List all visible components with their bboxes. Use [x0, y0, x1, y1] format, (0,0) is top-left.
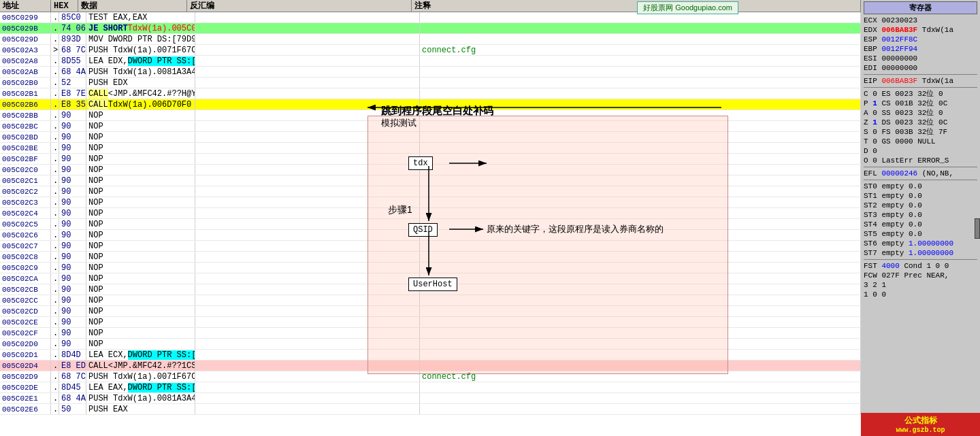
cell-dot: .: [51, 350, 59, 360]
cell-hex: 50: [59, 404, 86, 414]
table-row[interactable]: 005C02CA . 90 NOP: [0, 273, 861, 284]
cell-addr: 005C02CA: [0, 273, 51, 284]
cell-dot: .: [51, 306, 59, 316]
cell-addr: 005C02C3: [0, 197, 51, 207]
cell-comment: connect.cfg: [420, 45, 861, 55]
table-row[interactable]: 005C02D4 . E8 ED910F00 CALL <JMP.&MFC42.…: [0, 360, 861, 371]
table-row[interactable]: 005C02B1 . E8 7E930F00 CALL <JMP.&MFC42.…: [0, 88, 861, 99]
cell-dot: .: [51, 67, 59, 77]
table-row[interactable]: 005C02C5 . 90 NOP: [0, 219, 861, 230]
table-row[interactable]: 005C02CE . 90 NOP: [0, 317, 861, 328]
flag-t: T 0 GS 0000 NULL: [864, 137, 977, 146]
table-row[interactable]: 005C02A8 . 8D55 EC LEA EDX,DWORD PTR SS:…: [0, 56, 861, 67]
table-row[interactable]: 005C02AB . 68 4A438100 PUSH TdxW(1a).008…: [0, 67, 861, 78]
table-row[interactable]: 005C02D1 . 8D4D EC LEA ECX,DWORD PTR SS:…: [0, 350, 861, 360]
table-row[interactable]: 005C02BE . 90 NOP: [0, 143, 861, 154]
table-row[interactable]: 005C02BF . 90 NOP: [0, 154, 861, 165]
table-row[interactable]: 005C029D . 893D A5D9790 MOV DWORD PTR DS…: [0, 34, 861, 45]
table-row[interactable]: 005C029B . 74 06 JE SHORT TdxW(1a).005C0…: [0, 23, 861, 34]
cell-disasm: [195, 339, 420, 349]
table-row[interactable]: 005C02C9 . 90 NOP: [0, 263, 861, 273]
cell-data: PUSH TdxW(1a).0071F67C: [86, 371, 195, 382]
table-row[interactable]: 005C02D9 . 68 7CF67100 PUSH TdxW(1a).007…: [0, 371, 861, 382]
cell-hex: 68 4A438100: [59, 393, 86, 403]
table-row[interactable]: 005C02C8 . 90 NOP: [0, 252, 861, 263]
cell-addr: 005C02D0: [0, 339, 51, 349]
cell-hex: 90: [59, 241, 86, 251]
table-row[interactable]: 005C02B6 . E8 356E1100 CALL TdxW(1a).006…: [0, 99, 861, 110]
cell-data: NOP: [86, 132, 195, 142]
cell-disasm: [195, 45, 420, 55]
header-addr: 地址: [0, 0, 51, 12]
table-row[interactable]: 005C02A3 > 68 7CF671 PUSH TdxW(1a).0071F…: [0, 45, 861, 56]
table-row[interactable]: 005C02DE . 8D45 EC LEA EAX,DWORD PTR SS:…: [0, 382, 861, 393]
cell-disasm: [195, 241, 420, 251]
cell-addr: 005C029B: [0, 23, 51, 33]
cell-comment: [420, 186, 861, 197]
cell-addr: 005C02C0: [0, 165, 51, 175]
cell-comment: [420, 241, 861, 251]
cell-disasm: [195, 143, 420, 153]
cell-addr: 005C02BC: [0, 121, 51, 131]
cell-comment: [420, 208, 861, 218]
table-body: 005C0299 . 85C0 TEST EAX,EAX 005C029B . …: [0, 12, 861, 415]
cell-addr: 005C02C6: [0, 230, 51, 240]
cell-data: NOP: [86, 208, 195, 218]
cell-disasm: [195, 230, 420, 240]
cell-dot: .: [51, 295, 59, 305]
table-row[interactable]: 005C02C2 . 90 NOP: [0, 186, 861, 197]
cell-data: NOP: [86, 110, 195, 120]
cell-disasm: [195, 88, 420, 99]
table-row[interactable]: 005C02CD . 90 NOP: [0, 306, 861, 317]
cell-addr: 005C02C1: [0, 175, 51, 186]
table-row[interactable]: 005C02BD . 90 NOP: [0, 132, 861, 143]
cell-disasm: [195, 284, 420, 295]
table-row[interactable]: 005C02C6 . 90 NOP: [0, 230, 861, 241]
cell-comment: [420, 317, 861, 327]
cell-comment: [420, 165, 861, 175]
cell-comment: [420, 121, 861, 131]
reg-eip: EIP 006BAB3F TdxW(1a: [864, 76, 977, 86]
table-row[interactable]: 005C02C7 . 90 NOP: [0, 241, 861, 252]
table-row[interactable]: 005C02CC . 90 NOP: [0, 295, 861, 306]
cell-comment: [420, 110, 861, 120]
table-row[interactable]: 005C02B0 . 52 PUSH EDX: [0, 78, 861, 88]
table-row[interactable]: 005C02C4 . 90 NOP: [0, 208, 861, 219]
table-row[interactable]: 005C02C3 . 90 NOP: [0, 197, 861, 208]
cell-hex: 90: [59, 154, 86, 164]
table-row[interactable]: 005C02E6 . 50 PUSH EAX: [0, 404, 861, 415]
cell-hex: 90: [59, 273, 86, 284]
cell-comment: [420, 175, 861, 186]
logo-site: www.gszb.top: [864, 426, 977, 434]
cell-data: NOP: [86, 306, 195, 316]
cell-data: NOP: [86, 241, 195, 251]
scrollbar-thumb[interactable]: [975, 218, 980, 239]
cell-hex: 8D45 EC: [59, 382, 86, 392]
cell-dot: .: [51, 208, 59, 218]
table-row[interactable]: 005C02BB . 90 NOP: [0, 110, 861, 121]
cell-hex: 90: [59, 186, 86, 197]
cell-dot: .: [51, 110, 59, 120]
table-row[interactable]: 005C02E1 . 68 4A438100 PUSH TdxW(1a).008…: [0, 393, 861, 404]
cell-comment: [420, 404, 861, 414]
cell-addr: 005C02E1: [0, 393, 51, 403]
cell-comment: [420, 382, 861, 392]
cell-disasm: [195, 23, 420, 33]
table-row[interactable]: 005C02CF . 90 NOP: [0, 328, 861, 339]
header-data: 数据: [78, 0, 187, 12]
cell-disasm: [195, 78, 420, 88]
cell-hex: 90: [59, 339, 86, 349]
table-row[interactable]: 005C02C1 . 90 NOP: [0, 175, 861, 186]
cell-dot: .: [51, 241, 59, 251]
table-row[interactable]: 005C02BC . 90 NOP: [0, 121, 861, 132]
bottom-logo: 公式指标 www.gszb.top: [861, 413, 980, 436]
cell-disasm: [195, 132, 420, 142]
cell-comment: [420, 197, 861, 207]
cell-comment: [420, 295, 861, 305]
table-row[interactable]: 005C02D0 . 90 NOP: [0, 339, 861, 350]
reg-fst: FST 4000 Cond 1 0 0: [864, 261, 977, 271]
cell-disasm: [195, 219, 420, 229]
table-row[interactable]: 005C02CB . 90 NOP: [0, 284, 861, 295]
table-row[interactable]: 005C02C0 . 90 NOP: [0, 165, 861, 175]
cell-data: PUSH EAX: [86, 404, 195, 414]
